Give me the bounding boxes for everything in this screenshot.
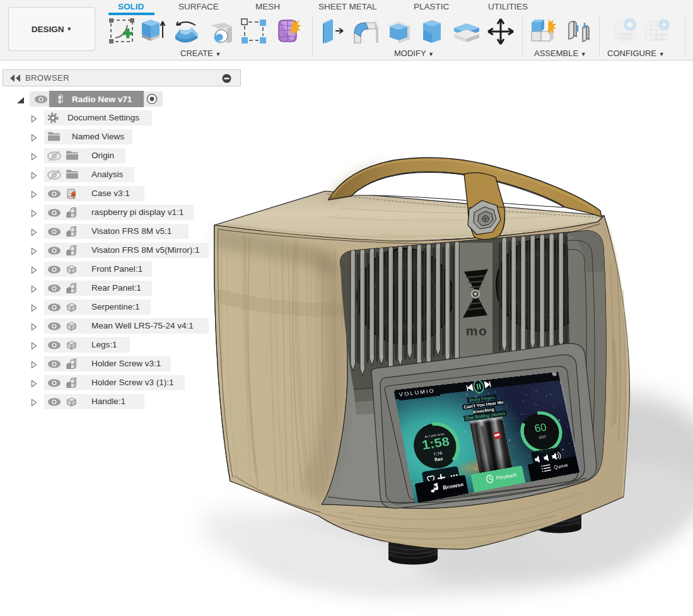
svg-text:mo: mo: [466, 323, 488, 338]
svg-text:Queue: Queue: [553, 462, 568, 470]
svg-text:Browse: Browse: [442, 481, 464, 491]
svg-text:Playback: Playback: [496, 472, 517, 481]
